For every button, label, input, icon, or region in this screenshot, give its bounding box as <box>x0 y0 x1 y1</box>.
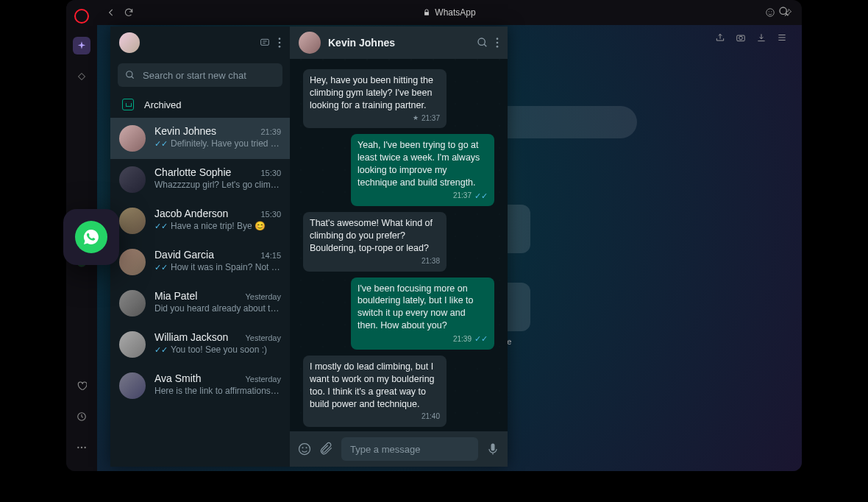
new-chat-icon[interactable] <box>259 37 271 49</box>
message-input[interactable]: Type a message <box>341 437 478 461</box>
svg-point-3 <box>81 447 82 448</box>
sidebar-history-icon[interactable] <box>73 408 90 425</box>
chat-name: William Jackson <box>154 331 228 343</box>
chat-item[interactable]: Ava SmithYesterdayHere is the link to af… <box>110 365 290 406</box>
message-text: Hey, have you been hitting the climbing … <box>310 74 440 112</box>
chat-preview: Here is the link to affirmations: ... <box>154 386 281 396</box>
mic-icon[interactable] <box>485 442 500 456</box>
chat-avatar <box>119 125 146 152</box>
chat-time: 21:39 <box>260 127 281 136</box>
svg-point-17 <box>478 38 485 45</box>
read-check-icon: ✓✓ <box>154 139 168 149</box>
chat-avatar <box>119 372 146 399</box>
svg-point-6 <box>769 11 769 12</box>
chat-time: 15:30 <box>260 210 281 219</box>
chat-preview: You too! See you soon :) <box>171 344 267 355</box>
chat-name: Mia Patel <box>154 290 197 302</box>
nav-back-icon[interactable] <box>106 7 116 18</box>
chat-time: Yesterday <box>245 292 281 301</box>
chat-item[interactable]: Charlotte Sophie15:30Whazzzzup girl? Let… <box>110 159 290 200</box>
attach-icon[interactable] <box>319 442 334 456</box>
sd-menu-icon[interactable] <box>777 32 787 43</box>
svg-point-16 <box>127 71 132 77</box>
sidebar-more-icon[interactable] <box>73 439 90 456</box>
chat-time: 14:15 <box>260 251 281 260</box>
chat-search-input[interactable]: Search or start new chat <box>118 63 282 87</box>
search-icon <box>125 70 135 80</box>
emoji-icon[interactable] <box>765 7 775 18</box>
chat-name: Kevin Johnes <box>154 125 216 137</box>
svg-point-20 <box>497 46 499 48</box>
read-check-icon: ✓✓ <box>474 333 488 344</box>
menu-dots-icon[interactable] <box>278 37 281 49</box>
omnibox-search-icon[interactable] <box>778 6 790 18</box>
conv-search-icon[interactable] <box>477 37 488 49</box>
sidebar-diamond-icon[interactable] <box>73 68 90 85</box>
opera-logo-icon[interactable] <box>74 9 89 24</box>
star-icon: ★ <box>413 113 419 122</box>
browser-topbar: WhatsApp <box>97 0 802 25</box>
sd-download-icon[interactable] <box>756 32 766 43</box>
svg-point-2 <box>77 447 79 448</box>
chat-avatar <box>119 331 146 358</box>
svg-point-13 <box>279 38 281 40</box>
url-bar[interactable]: WhatsApp <box>141 7 758 18</box>
archive-icon <box>122 99 134 110</box>
chat-name: Jacob Anderson <box>154 208 228 219</box>
conv-menu-icon[interactable] <box>496 37 499 49</box>
read-check-icon: ✓✓ <box>474 191 488 202</box>
message-time: 21:39 <box>453 334 472 344</box>
chat-preview: Did you heard already about this?... <box>154 303 281 314</box>
archived-row[interactable]: Archived <box>110 91 290 118</box>
read-check-icon: ✓✓ <box>154 345 168 355</box>
message-outgoing[interactable]: I've been focusing more on bouldering la… <box>351 277 494 350</box>
svg-rect-24 <box>491 444 495 451</box>
message-time: 21:40 <box>421 411 440 422</box>
svg-point-5 <box>766 9 775 17</box>
message-text: I've been focusing more on bouldering la… <box>357 283 488 333</box>
chat-time: 15:30 <box>260 169 281 177</box>
whatsapp-logo-icon <box>75 221 107 253</box>
chat-item[interactable]: Mia PatelYesterdayDid you heard already … <box>110 283 290 324</box>
my-avatar[interactable] <box>119 32 140 53</box>
chat-item[interactable]: Kevin Johnes21:39✓✓Definitely. Have you … <box>110 118 290 159</box>
svg-point-22 <box>302 447 304 448</box>
chat-time: Yesterday <box>245 375 281 383</box>
chat-item[interactable]: David Garcia14:15✓✓How it was in Spain? … <box>110 241 290 283</box>
sidebar-aria-icon[interactable] <box>73 37 90 54</box>
message-input-placeholder: Type a message <box>350 444 420 455</box>
chat-name: Charlotte Sophie <box>154 166 231 178</box>
sidebar-heart-icon[interactable] <box>73 377 90 395</box>
chat-list: Kevin Johnes21:39✓✓Definitely. Have you … <box>110 118 290 467</box>
page-title: WhatsApp <box>435 7 475 18</box>
conversation-header: Kevin Johnes <box>290 26 508 59</box>
nav-reload-icon[interactable] <box>124 7 134 18</box>
message-list: Hey, have you been hitting the climbing … <box>290 59 508 431</box>
chat-sidebar: Search or start new chat Archived Kevin … <box>110 26 290 467</box>
chat-item[interactable]: William JacksonYesterday✓✓You too! See y… <box>110 324 290 365</box>
message-text: I mostly do lead climbing, but I want to… <box>310 361 440 411</box>
chat-avatar <box>119 208 146 234</box>
svg-point-4 <box>85 447 86 448</box>
svg-point-19 <box>497 42 499 44</box>
message-incoming[interactable]: Hey, have you been hitting the climbing … <box>303 69 447 128</box>
message-outgoing[interactable]: Yeah, I've been trying to go at least tw… <box>351 134 494 206</box>
message-time: 21:37 <box>421 113 440 124</box>
svg-point-18 <box>497 38 499 40</box>
sd-camera-icon[interactable] <box>736 32 746 43</box>
message-incoming[interactable]: I mostly do lead climbing, but I want to… <box>303 356 447 427</box>
chat-name: Ava Smith <box>154 372 202 384</box>
contact-avatar[interactable] <box>299 32 321 54</box>
search-placeholder: Search or start new chat <box>143 70 246 81</box>
whatsapp-app-icon[interactable] <box>63 209 119 265</box>
message-incoming[interactable]: That's awesome! What kind of climbing do… <box>303 212 447 271</box>
message-time: 21:37 <box>453 191 472 201</box>
chat-item[interactable]: Jacob Anderson15:30✓✓Have a nice trip! B… <box>110 200 290 241</box>
chat-preview: Whazzzzup girl? Let's go climbing... <box>154 180 281 190</box>
emoji-picker-icon[interactable] <box>297 442 312 456</box>
svg-point-14 <box>279 42 281 44</box>
message-text: That's awesome! What kind of climbing do… <box>310 217 440 255</box>
sd-share-icon[interactable] <box>715 32 725 43</box>
svg-point-21 <box>299 444 310 455</box>
read-check-icon: ✓✓ <box>154 222 168 231</box>
